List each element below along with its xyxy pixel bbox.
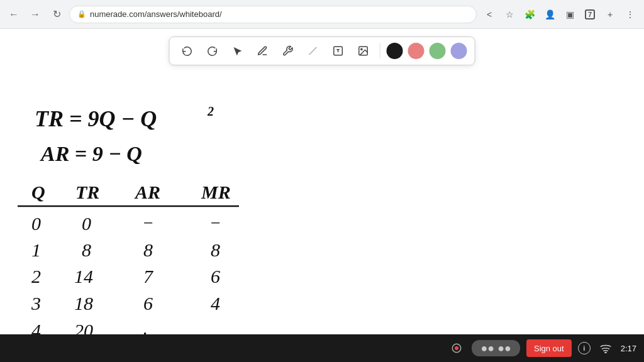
clock: 2:17 <box>621 344 636 353</box>
taskbar-pills: ●● ●● <box>472 340 520 356</box>
svg-text:14: 14 <box>74 266 93 287</box>
svg-text:18: 18 <box>74 293 93 314</box>
svg-text:0: 0 <box>31 213 41 234</box>
svg-text:0: 0 <box>82 213 91 234</box>
svg-text:TR = 9Q − Q: TR = 9Q − Q <box>35 106 157 131</box>
svg-text:3: 3 <box>31 293 41 314</box>
tab-count: 7 <box>585 9 595 19</box>
svg-text:4: 4 <box>211 293 220 314</box>
svg-text:Q: Q <box>31 182 45 202</box>
color-purple-button[interactable] <box>451 43 467 59</box>
svg-text:4: 4 <box>31 320 41 334</box>
refresh-button[interactable]: ↻ <box>48 6 65 23</box>
extensions-button[interactable]: 🧩 <box>521 6 538 23</box>
svg-line-0 <box>309 47 317 55</box>
url-text: numerade.com/answers/whiteboard/ <box>90 9 222 19</box>
record-icon <box>448 339 465 357</box>
info-icon: i <box>578 342 591 354</box>
toolbar-divider <box>380 43 380 58</box>
svg-text:AR: AR <box>134 182 160 202</box>
svg-text:TR: TR <box>75 182 99 202</box>
color-green-button[interactable] <box>430 43 446 59</box>
color-pink-button[interactable] <box>408 43 425 59</box>
share-button[interactable]: < <box>480 6 498 23</box>
svg-text:8: 8 <box>82 239 91 260</box>
svg-text:7: 7 <box>143 266 154 287</box>
svg-text:2: 2 <box>207 104 214 118</box>
new-tab-button[interactable]: + <box>601 6 619 23</box>
svg-point-3 <box>361 48 362 50</box>
tab-count-button[interactable]: 7 <box>581 6 599 23</box>
undo-button[interactable] <box>177 41 197 61</box>
lock-icon: 🔒 <box>77 10 86 18</box>
back-button[interactable]: ← <box>5 6 23 23</box>
toolbar <box>169 36 475 65</box>
svg-text:20: 20 <box>74 320 93 334</box>
svg-text:AR = 9 − Q: AR = 9 − Q <box>40 142 142 165</box>
svg-text:2: 2 <box>31 266 41 287</box>
tools-button[interactable] <box>278 41 298 61</box>
address-bar[interactable]: 🔒 numerade.com/answers/whiteboard/ <box>69 6 477 23</box>
whiteboard-drawing: TR = 9Q − Q 2 AR = 9 − Q Q TR AR MR 0 0 … <box>0 29 644 334</box>
svg-text:−: − <box>143 213 153 233</box>
svg-text:6: 6 <box>143 293 153 314</box>
menu-button[interactable]: ⋮ <box>621 6 639 23</box>
svg-point-32 <box>455 346 458 350</box>
redo-button[interactable] <box>203 41 223 61</box>
browser-chrome: ← → ↻ 🔒 numerade.com/answers/whiteboard/… <box>0 0 644 29</box>
text-tool-button[interactable] <box>328 41 348 61</box>
svg-text:MR: MR <box>201 182 231 202</box>
svg-text:8: 8 <box>211 239 220 260</box>
select-tool-button[interactable] <box>228 41 248 61</box>
taskbar: ●● ●● Sign out i 2:17 <box>0 334 644 362</box>
svg-text:•: • <box>143 329 147 334</box>
svg-text:−: − <box>211 213 221 233</box>
svg-text:1: 1 <box>31 239 41 260</box>
bookmark-button[interactable]: ☆ <box>501 6 518 23</box>
profile-button[interactable]: 👤 <box>541 6 558 23</box>
pen-tool-button[interactable] <box>253 41 273 61</box>
svg-text:6: 6 <box>211 266 220 287</box>
image-tool-button[interactable] <box>353 41 374 61</box>
page-content: TR = 9Q − Q 2 AR = 9 − Q Q TR AR MR 0 0 … <box>0 29 644 334</box>
line-tool-button[interactable] <box>303 41 323 61</box>
svg-point-33 <box>605 352 606 353</box>
svg-text:8: 8 <box>143 239 153 260</box>
sign-out-button[interactable]: Sign out <box>526 339 572 357</box>
chrome-right-icons: < ☆ 🧩 👤 ▣ 7 + ⋮ <box>480 6 639 23</box>
forward-button[interactable]: → <box>26 6 44 23</box>
wifi-icon <box>597 339 614 357</box>
split-button[interactable]: ▣ <box>561 6 579 23</box>
color-black-button[interactable] <box>387 43 403 59</box>
